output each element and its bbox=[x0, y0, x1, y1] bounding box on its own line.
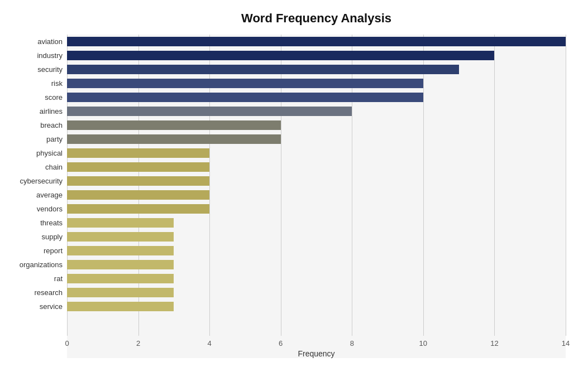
chart-container: Word Frequency Analysis aviationindustry… bbox=[0, 0, 588, 391]
bar-label: research bbox=[34, 288, 63, 297]
bar-label: industry bbox=[37, 51, 63, 60]
bar-row: organizations bbox=[67, 260, 566, 269]
bar-row: rat bbox=[67, 274, 566, 283]
bar-row: threats bbox=[67, 218, 566, 228]
bar-label: report bbox=[44, 247, 63, 255]
bar-label: risk bbox=[51, 79, 63, 88]
chart-area: aviationindustrysecurityriskscoreairline… bbox=[67, 35, 566, 358]
bar-rect bbox=[67, 107, 352, 116]
bar-row: industry bbox=[67, 51, 566, 60]
bar-rect bbox=[67, 134, 281, 144]
bar-rect bbox=[67, 65, 459, 74]
bar-row: score bbox=[67, 93, 566, 102]
bar-label: organizations bbox=[20, 260, 63, 269]
x-tick-label: 8 bbox=[350, 339, 354, 347]
bar-row: airlines bbox=[67, 107, 566, 116]
x-tick-label: 4 bbox=[208, 339, 212, 347]
bar-row: party bbox=[67, 134, 566, 144]
x-tick-label: 12 bbox=[490, 339, 498, 347]
x-axis-label: Frequency bbox=[67, 349, 566, 358]
bar-row: breach bbox=[67, 120, 566, 130]
bar-rect bbox=[67, 274, 174, 283]
bar-rect bbox=[67, 148, 209, 158]
x-tick-label: 2 bbox=[136, 339, 140, 347]
bar-row: supply bbox=[67, 232, 566, 242]
bar-rect bbox=[67, 37, 566, 46]
bar-label: average bbox=[36, 191, 63, 199]
bar-row: chain bbox=[67, 162, 566, 172]
chart-title: Word Frequency Analysis bbox=[67, 11, 566, 26]
bar-row: cybersecurity bbox=[67, 176, 566, 186]
bar-rect bbox=[67, 176, 209, 186]
bar-row: vendors bbox=[67, 204, 566, 214]
bar-rect bbox=[67, 232, 174, 242]
bar-label: vendors bbox=[37, 205, 63, 213]
bar-label: physical bbox=[36, 149, 63, 157]
bar-label: supply bbox=[41, 233, 63, 241]
bar-rect bbox=[67, 51, 494, 60]
bars-container: aviationindustrysecurityriskscoreairline… bbox=[67, 35, 566, 336]
bar-row: report bbox=[67, 246, 566, 255]
bar-row: risk bbox=[67, 79, 566, 88]
bar-label: party bbox=[46, 135, 63, 143]
bar-rect bbox=[67, 260, 174, 269]
bar-label: cybersecurity bbox=[20, 177, 63, 185]
x-tick-label: 10 bbox=[419, 339, 427, 347]
bar-rect bbox=[67, 79, 423, 88]
x-axis: 02468101214Frequency bbox=[67, 336, 566, 358]
bar-label: aviation bbox=[37, 37, 63, 46]
x-tick-label: 14 bbox=[562, 339, 570, 347]
bar-row: aviation bbox=[67, 37, 566, 46]
bar-label: breach bbox=[40, 121, 63, 129]
bar-rect bbox=[67, 204, 209, 214]
bar-row: average bbox=[67, 190, 566, 200]
x-tick-label: 6 bbox=[279, 339, 283, 347]
bar-label: chain bbox=[45, 163, 63, 171]
bar-rect bbox=[67, 190, 209, 200]
bar-row: service bbox=[67, 302, 566, 311]
bar-rect bbox=[67, 120, 281, 130]
bar-label: score bbox=[45, 93, 63, 102]
bar-rect bbox=[67, 302, 174, 311]
gridline bbox=[566, 35, 566, 336]
bar-label: security bbox=[37, 65, 63, 74]
bar-label: airlines bbox=[40, 107, 63, 115]
bar-rect bbox=[67, 218, 174, 228]
bar-rect bbox=[67, 288, 174, 297]
bar-row: physical bbox=[67, 148, 566, 158]
bar-label: rat bbox=[54, 274, 63, 283]
x-tick-label: 0 bbox=[65, 339, 69, 347]
bar-rect bbox=[67, 246, 174, 255]
bar-rect bbox=[67, 93, 423, 102]
bar-rect bbox=[67, 162, 209, 172]
bar-row: research bbox=[67, 288, 566, 297]
bar-row: security bbox=[67, 65, 566, 74]
bar-label: threats bbox=[40, 219, 63, 227]
bar-label: service bbox=[40, 302, 63, 311]
